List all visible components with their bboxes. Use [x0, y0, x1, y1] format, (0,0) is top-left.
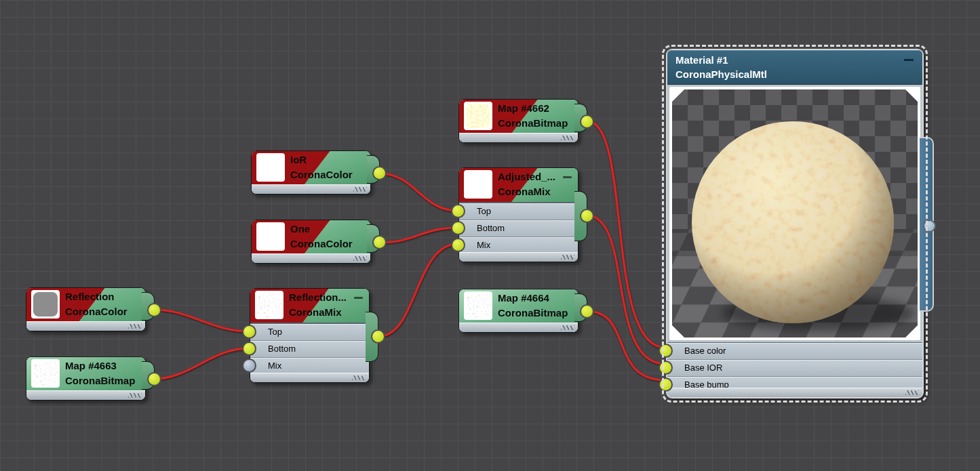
output-socket[interactable] — [580, 304, 594, 319]
input-socket-bottom[interactable] — [451, 221, 465, 235]
material-header: Material #1 CoronaPhysicalMtl — [667, 50, 922, 85]
node-title: Adjusted_... — [498, 169, 555, 184]
node-map-4664[interactable]: Map #4664 CoronaBitmap — [458, 289, 579, 333]
input-socket-top[interactable] — [242, 325, 256, 339]
node-title: Map #4664 — [498, 291, 568, 306]
input-socket-base-ior[interactable] — [659, 361, 673, 375]
bitmap-thumbnail — [31, 359, 60, 388]
node-title: Map #4662 — [498, 101, 568, 116]
color-swatch-thumbnail — [256, 222, 285, 251]
slot-top[interactable]: Top — [459, 203, 578, 220]
slot-label: Bottom — [250, 341, 369, 357]
node-footer-resize-grip[interactable] — [26, 390, 145, 400]
collapse-button[interactable] — [354, 297, 363, 299]
material-preview-render — [669, 87, 920, 340]
wire-reflmix-to-adjusted-mix[interactable] — [379, 244, 458, 336]
material-output-socket[interactable] — [923, 220, 936, 232]
color-swatch-thumbnail — [31, 290, 60, 319]
node-ior-coronacolor[interactable]: IoR CoronaColor — [251, 150, 371, 194]
slot-label: Top — [250, 324, 369, 340]
node-class: CoronaBitmap — [65, 373, 135, 388]
input-socket-base-color[interactable] — [659, 344, 673, 358]
node-header: One CoronaColor — [252, 220, 370, 255]
node-title: Reflection — [65, 289, 128, 304]
node-footer-resize-grip[interactable] — [459, 133, 578, 142]
node-header: Reflection CoronaColor — [26, 288, 145, 323]
collapse-button[interactable] — [563, 176, 572, 178]
wire-adjusted-to-base-ior[interactable] — [587, 216, 665, 364]
node-header: Map #4664 CoronaBitmap — [459, 289, 578, 324]
output-socket[interactable] — [580, 209, 594, 223]
node-header: Reflection... CoronaMix — [250, 289, 369, 323]
input-socket-bottom[interactable] — [242, 342, 256, 356]
output-socket[interactable] — [371, 329, 385, 344]
node-title: IoR — [290, 152, 353, 167]
node-class: CoronaMix — [498, 184, 555, 199]
node-reflection-coronamix[interactable]: Reflection... CoronaMix Top Bottom Mix — [250, 288, 370, 383]
node-footer-resize-grip[interactable] — [459, 323, 578, 332]
node-header: Adjusted_... CoronaMix — [459, 168, 578, 203]
wire-one-to-adjusted-bottom[interactable] — [380, 228, 458, 243]
node-class: CoronaColor — [290, 237, 353, 251]
slot-top[interactable]: Top — [250, 324, 369, 341]
node-reflection-coronacolor[interactable]: Reflection CoronaColor — [26, 287, 146, 331]
output-socket[interactable] — [147, 303, 161, 317]
slot-base-color[interactable]: Base color — [667, 343, 922, 360]
node-map-4662[interactable]: Map #4662 CoronaBitmap — [458, 99, 579, 143]
slot-bottom[interactable]: Bottom — [459, 220, 578, 237]
material-class: CoronaPhysicalMtl — [667, 67, 922, 81]
slate-material-editor-view[interactable]: { "app": {"name": "Slate Material Editor… — [0, 0, 980, 471]
node-class: CoronaColor — [65, 304, 128, 319]
material-title: Material #1 — [667, 50, 922, 67]
node-map-4663[interactable]: Map #4663 CoronaBitmap — [26, 356, 146, 401]
slot-base-ior[interactable]: Base IOR — [667, 360, 922, 377]
wire-map4664-to-base-bump[interactable] — [587, 311, 665, 380]
input-socket-mix-unconnected[interactable] — [242, 359, 256, 373]
node-header: Map #4663 CoronaBitmap — [26, 357, 145, 392]
output-socket[interactable] — [372, 235, 387, 249]
slot-label: Mix — [459, 237, 578, 253]
mix-result-thumbnail — [464, 170, 492, 199]
slot-label: Base color — [667, 343, 922, 359]
slot-label: Base IOR — [667, 360, 922, 376]
node-adjusted-coronamix[interactable]: Adjusted_... CoronaMix Top Bottom Mix — [458, 167, 579, 262]
bitmap-thumbnail — [464, 291, 492, 320]
slot-label: Top — [459, 203, 578, 220]
output-socket[interactable] — [580, 115, 594, 129]
color-swatch-thumbnail — [256, 153, 285, 182]
node-class: CoronaBitmap — [498, 306, 568, 321]
mix-result-thumbnail — [255, 291, 283, 319]
wire-ior-to-adjusted-top[interactable] — [380, 173, 458, 211]
input-socket-base-bump[interactable] — [659, 377, 673, 392]
node-footer-resize-grip[interactable] — [250, 373, 369, 382]
node-material-1[interactable]: Material #1 CoronaPhysicalMtl — [666, 49, 924, 398]
slot-bottom[interactable]: Bottom — [250, 341, 369, 358]
node-footer-resize-grip[interactable] — [252, 253, 370, 263]
node-footer-resize-grip[interactable] — [26, 321, 145, 331]
wire-reflection-to-reflmix-top[interactable] — [155, 310, 249, 331]
node-footer-resize-grip[interactable] — [252, 184, 370, 194]
input-socket-top[interactable] — [451, 204, 465, 218]
output-socket[interactable] — [372, 166, 387, 180]
node-class: CoronaBitmap — [498, 116, 568, 131]
output-socket[interactable] — [147, 372, 161, 386]
input-socket-mix[interactable] — [451, 238, 465, 252]
node-class: CoronaColor — [290, 167, 353, 182]
slot-label: Mix — [250, 358, 369, 374]
node-header: Map #4662 CoronaBitmap — [459, 100, 578, 134]
node-footer-resize-grip[interactable] — [459, 252, 578, 262]
collapse-button[interactable] — [904, 59, 914, 61]
bitmap-thumbnail — [464, 102, 492, 130]
node-header: IoR CoronaColor — [252, 151, 370, 186]
slot-label: Bottom — [459, 220, 578, 237]
node-one-coronacolor[interactable]: One CoronaColor — [251, 220, 371, 264]
node-title: Reflection... — [289, 290, 347, 305]
node-title: Map #4663 — [65, 359, 135, 373]
node-class: CoronaMix — [289, 305, 347, 320]
node-title: One — [290, 222, 353, 237]
node-footer-resize-grip[interactable] — [667, 388, 922, 397]
wire-map4663-to-reflmix-bottom[interactable] — [155, 348, 249, 379]
